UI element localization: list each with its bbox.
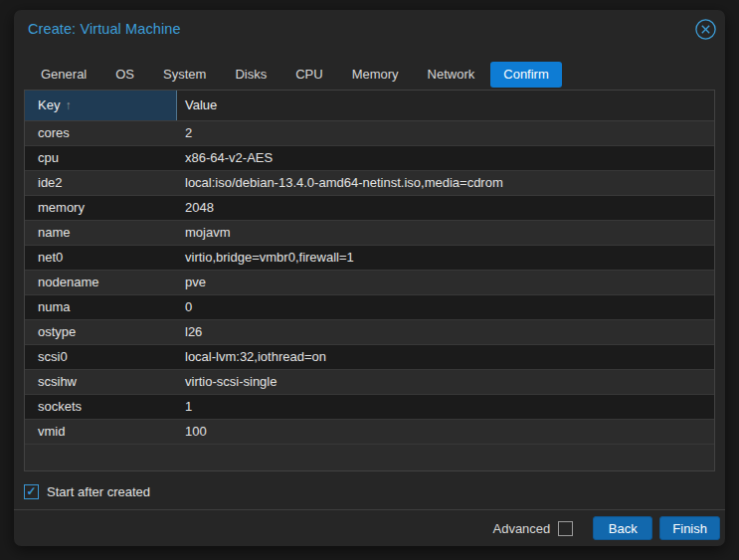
row-value: 100: [177, 420, 714, 444]
row-value: local-lvm:32,iothread=on: [177, 345, 714, 369]
row-key: memory: [25, 196, 177, 220]
table-row[interactable]: memory2048: [25, 196, 714, 221]
row-value: 0: [177, 295, 714, 319]
table-row[interactable]: namemojavm: [25, 221, 714, 246]
row-value: pve: [177, 271, 714, 294]
back-button[interactable]: Back: [593, 516, 652, 540]
grid-header: Key ↑ Value: [25, 91, 714, 121]
column-header-key-label: Key: [38, 91, 60, 120]
table-row[interactable]: net0virtio,bridge=vmbr0,firewall=1: [25, 246, 714, 271]
grid-empty-area: [25, 445, 714, 470]
tab-os[interactable]: OS: [102, 62, 147, 88]
tab-general[interactable]: General: [28, 62, 99, 88]
start-after-created-label[interactable]: Start after created: [47, 484, 150, 499]
row-value: virtio,bridge=vmbr0,firewall=1: [177, 246, 714, 270]
row-value: virtio-scsi-single: [177, 370, 714, 394]
row-key: ide2: [25, 171, 177, 195]
table-row[interactable]: scsihwvirtio-scsi-single: [25, 370, 714, 395]
row-value: local:iso/debian-13.4.0-amd64-netinst.is…: [177, 171, 714, 195]
row-value: 2: [177, 121, 714, 145]
table-row[interactable]: scsi0local-lvm:32,iothread=on: [25, 345, 714, 370]
tab-confirm[interactable]: Confirm: [490, 62, 562, 88]
row-key: scsihw: [25, 370, 177, 394]
row-key: vmid: [25, 420, 177, 444]
dialog-title: Create: Virtual Machine: [28, 21, 181, 37]
tab-bar: GeneralOSSystemDisksCPUMemoryNetworkConf…: [28, 62, 565, 88]
row-value: l26: [177, 320, 714, 344]
table-row[interactable]: ostypel26: [25, 320, 714, 345]
row-value: mojavm: [177, 221, 714, 245]
finish-button[interactable]: Finish: [659, 516, 720, 540]
table-row[interactable]: vmid100: [25, 420, 714, 445]
row-key: name: [25, 221, 177, 245]
dialog-footer: Advanced Back Finish: [14, 509, 725, 546]
row-value: 1: [177, 395, 714, 419]
tab-system[interactable]: System: [150, 62, 219, 88]
tab-memory[interactable]: Memory: [339, 62, 412, 88]
close-icon: [694, 18, 717, 41]
tab-disks[interactable]: Disks: [222, 62, 279, 88]
start-after-created-checkbox[interactable]: ✓: [24, 484, 39, 499]
table-row[interactable]: nodenamepve: [25, 271, 714, 295]
column-header-value[interactable]: Value: [177, 91, 714, 120]
table-row[interactable]: ide2local:iso/debian-13.4.0-amd64-netins…: [25, 171, 714, 196]
row-key: cpu: [25, 146, 177, 170]
row-value: x86-64-v2-AES: [177, 146, 714, 170]
create-vm-dialog: Create: Virtual Machine GeneralOSSystemD…: [14, 10, 725, 546]
sort-ascending-icon: ↑: [65, 91, 71, 120]
close-button[interactable]: [694, 18, 717, 41]
grid-body: cores2cpux86-64-v2-AESide2local:iso/debi…: [25, 121, 714, 445]
tab-cpu[interactable]: CPU: [282, 62, 335, 88]
table-row[interactable]: cpux86-64-v2-AES: [25, 146, 714, 171]
confirm-settings-grid: Key ↑ Value cores2cpux86-64-v2-AESide2lo…: [24, 90, 715, 471]
row-key: nodename: [25, 271, 177, 294]
row-key: ostype: [25, 320, 177, 344]
start-after-created-option[interactable]: ✓ Start after created: [24, 482, 150, 500]
row-key: cores: [25, 121, 177, 145]
row-key: net0: [25, 246, 177, 270]
advanced-checkbox[interactable]: [558, 521, 573, 536]
row-key: numa: [25, 295, 177, 319]
row-key: scsi0: [25, 345, 177, 369]
table-row[interactable]: sockets1: [25, 395, 714, 420]
table-row[interactable]: cores2: [25, 121, 714, 146]
advanced-label[interactable]: Advanced: [492, 521, 550, 536]
column-header-value-label: Value: [185, 97, 217, 112]
row-key: sockets: [25, 395, 177, 419]
row-value: 2048: [177, 196, 714, 220]
tab-network[interactable]: Network: [415, 62, 488, 88]
table-row[interactable]: numa0: [25, 295, 714, 320]
column-header-key[interactable]: Key ↑: [25, 91, 177, 120]
